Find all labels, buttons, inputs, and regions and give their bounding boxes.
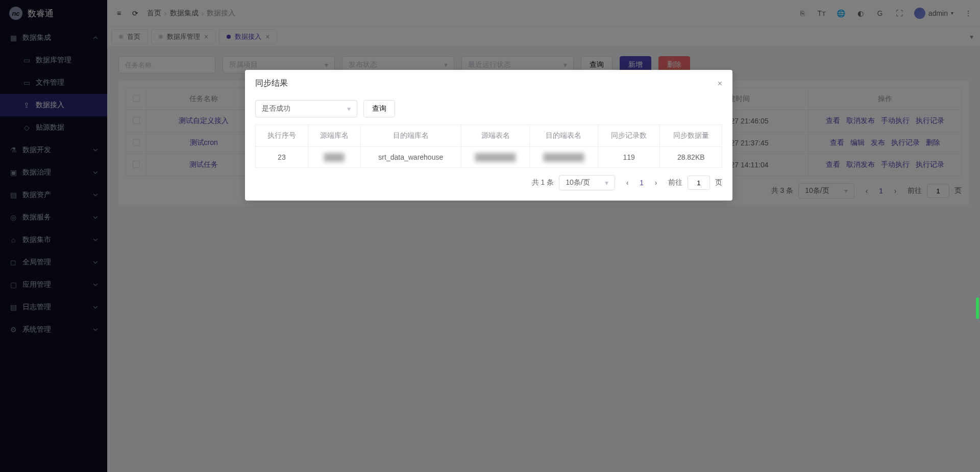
pager-suffix: 页 [715, 178, 722, 187]
sync-result-modal: 同步结果 × 是否成功▾ 查询 执行序号源端库名目的端库名源端表名目的端表名同步… [245, 70, 732, 201]
pager-size[interactable]: 10条/页▾ [559, 175, 615, 190]
col-header: 源端库名 [308, 125, 360, 147]
success-select[interactable]: 是否成功▾ [255, 100, 357, 117]
col-header: 同步数据量 [660, 125, 722, 147]
pager-page[interactable]: 1 [640, 179, 644, 187]
chevron-down-icon: ▾ [605, 179, 608, 187]
col-header: 同步记录数 [598, 125, 659, 147]
side-indicator [976, 297, 979, 319]
col-header: 目的端库名 [360, 125, 461, 147]
chevron-down-icon: ▾ [347, 105, 351, 113]
sync-result-table: 执行序号源端库名目的端库名源端表名目的端表名同步记录数同步数据量 23████s… [255, 125, 722, 168]
modal-query-button[interactable]: 查询 [363, 100, 395, 117]
col-header: 目的端表名 [530, 125, 598, 147]
modal-pager: 共 1 条 10条/页▾ ‹ 1 › 前往 页 [255, 175, 722, 190]
close-icon[interactable]: × [718, 79, 722, 88]
pager-goto-input[interactable] [688, 176, 710, 190]
modal-title: 同步结果 [255, 78, 288, 89]
table-row: 23████srt_data_warehouse████████████████… [256, 147, 722, 168]
pager-goto-label: 前往 [668, 178, 682, 187]
col-header: 执行序号 [256, 125, 308, 147]
pager-next[interactable]: › [649, 176, 663, 190]
col-header: 源端表名 [461, 125, 530, 147]
pager-total: 共 1 条 [532, 178, 554, 187]
pager-prev[interactable]: ‹ [620, 176, 634, 190]
